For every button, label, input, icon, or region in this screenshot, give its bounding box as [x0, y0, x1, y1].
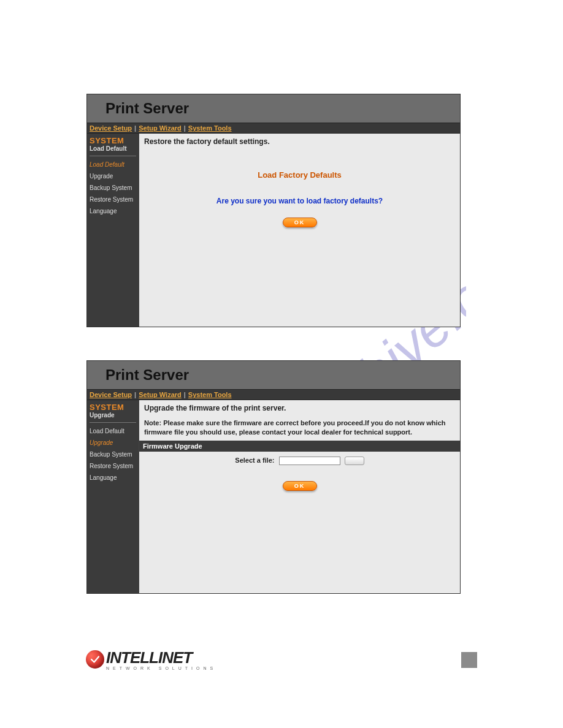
nav-setup-wizard[interactable]: Setup Wizard [139, 391, 182, 398]
sidebar-subheading: Upgrade [90, 412, 136, 419]
ok-button[interactable]: OK [283, 481, 317, 491]
top-nav: Device Setup | Setup Wizard | System Too… [87, 389, 460, 400]
sidebar-item-language[interactable]: Language [90, 208, 136, 214]
sidebar-item-load-default[interactable]: Load Default [90, 161, 136, 168]
brand-logo: INTELLINET NETWORK SOLUTIONS [86, 648, 216, 670]
sidebar-item-language[interactable]: Language [90, 474, 136, 481]
nav-setup-wizard[interactable]: Setup Wizard [139, 124, 182, 132]
page-marker [461, 652, 477, 668]
titlebar: Print Server [87, 361, 460, 389]
app-title: Print Server [105, 100, 189, 117]
app-title: Print Server [105, 366, 189, 384]
sidebar-divider [90, 156, 136, 156]
sidebar-item-upgrade[interactable]: Upgrade [90, 439, 136, 446]
nav-device-setup[interactable]: Device Setup [90, 391, 132, 398]
file-path-input[interactable] [279, 457, 340, 465]
file-select-row: Select a file: [139, 457, 460, 465]
sidebar-item-backup-system[interactable]: Backup System [90, 184, 136, 191]
sidebar-item-load-default[interactable]: Load Default [90, 428, 136, 434]
brand-tagline: NETWORK SOLUTIONS [106, 666, 216, 670]
nav-sep: | [134, 124, 136, 132]
sidebar-subheading: Load Default [90, 145, 136, 152]
brand-name: INTELLINET [106, 648, 216, 667]
content-area: Upgrade the firmware of the print server… [139, 400, 460, 593]
sidebar-item-restore-system[interactable]: Restore System [90, 196, 136, 203]
nav-device-setup[interactable]: Device Setup [90, 124, 132, 132]
confirm-text: Are you sure you want to load factory de… [139, 197, 460, 205]
top-nav: Device Setup | Setup Wizard | System Too… [87, 123, 460, 134]
checkmark-icon [86, 650, 104, 669]
nav-sep: | [184, 124, 186, 132]
panel-upgrade: Print Server Device Setup | Setup Wizard… [86, 360, 461, 594]
sidebar-item-upgrade[interactable]: Upgrade [90, 173, 136, 180]
panel-load-default: Print Server Device Setup | Setup Wizard… [86, 94, 461, 327]
sidebar-item-restore-system[interactable]: Restore System [90, 463, 136, 469]
sidebar-heading: SYSTEM [90, 136, 136, 145]
browse-button[interactable] [345, 457, 364, 465]
file-select-label: Select a file: [235, 457, 274, 464]
ok-button[interactable]: OK [283, 218, 317, 227]
nav-system-tools[interactable]: System Tools [188, 124, 232, 132]
section-title: Load Factory Defaults [139, 170, 460, 180]
sidebar: SYSTEM Upgrade Load Default Upgrade Back… [87, 400, 139, 593]
sidebar-item-backup-system[interactable]: Backup System [90, 451, 136, 458]
content-area: Restore the factory default settings. Lo… [139, 134, 460, 327]
sidebar: SYSTEM Load Default Load Default Upgrade… [87, 134, 139, 327]
sidebar-heading: SYSTEM [90, 403, 136, 412]
sidebar-divider [90, 422, 136, 423]
nav-sep: | [134, 391, 136, 398]
nav-sep: | [184, 391, 186, 398]
nav-system-tools[interactable]: System Tools [188, 391, 232, 398]
content-note: Note: Please make sure the firmware are … [139, 416, 460, 441]
content-header: Upgrade the firmware of the print server… [139, 400, 460, 416]
section-strip: Firmware Upgrade [139, 441, 460, 452]
titlebar: Print Server [87, 94, 460, 123]
content-header: Restore the factory default settings. [139, 134, 460, 150]
